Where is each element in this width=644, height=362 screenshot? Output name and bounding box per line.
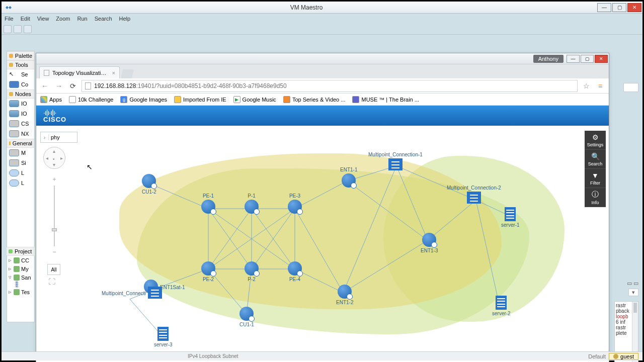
url-input[interactable]: 192.168.88.128:19401/?uuid=080b4851-b9d2… [82, 80, 578, 92]
bm-muse[interactable]: MUSE ™ | The Brain ... [352, 96, 419, 103]
menu-view[interactable]: View [37, 16, 49, 22]
address-bar: ← → ⟳ 192.168.88.128:19401/?uuid=080b485… [36, 78, 609, 94]
tool-connect[interactable]: Co [7, 79, 34, 89]
topology-canvas[interactable]: CU1-2 PE-1 P-1 PE-3 PE-2 P-2 PE-4 ENT1-1… [36, 126, 609, 362]
maximize-button[interactable]: ▢ [612, 3, 626, 12]
bm-gmusic[interactable]: ▶Google Music [233, 96, 276, 103]
menu-bar: File Edit View Zoom Run Search Help [2, 14, 642, 24]
info-button[interactable]: ⓘInfo [585, 188, 606, 207]
node-server-2[interactable]: server-2 [492, 296, 511, 316]
view-dropdown[interactable]: ▾ [628, 289, 638, 296]
node-ent1-1[interactable]: ENT1-1 [340, 167, 357, 188]
close-button[interactable]: ✕ [627, 3, 641, 12]
key-icon [613, 354, 618, 359]
node-iosv[interactable]: IO [7, 99, 34, 109]
tool-select[interactable]: ↖Se [7, 69, 34, 79]
menu-zoom[interactable]: Zoom [56, 16, 70, 22]
node-nxos[interactable]: NX [7, 129, 34, 139]
tab-close-icon[interactable]: × [112, 70, 115, 76]
project-my[interactable]: ▹My [7, 264, 35, 273]
window-titlebar: VM Maestro — ▢ ✕ [2, 2, 642, 14]
gen-l3[interactable]: L [7, 178, 34, 188]
node-iosvl2[interactable]: IO [7, 109, 34, 119]
perspective-icons[interactable] [623, 83, 638, 92]
tb-saveall-icon[interactable] [24, 25, 32, 33]
back-button[interactable]: ← [39, 80, 50, 92]
browser-minimize-button[interactable]: — [567, 55, 580, 63]
zoom-control[interactable]: ＋− [50, 175, 58, 255]
tab-topology[interactable]: Topology Visualization En × [39, 66, 120, 78]
node-server-3[interactable]: server-3 [154, 327, 173, 347]
fit-screen-icon[interactable]: ⛶ [48, 278, 58, 288]
pan-control[interactable]: ▴▾◂▸• [43, 147, 65, 169]
node-mc3[interactable]: Multipoint_Connecti [102, 287, 162, 299]
node-pe-1[interactable]: PE-1 [201, 193, 215, 214]
gen-managed[interactable]: M [7, 148, 34, 158]
settings-button[interactable]: ⚙Settings [585, 131, 606, 150]
node-pe-3[interactable]: PE-3 [288, 193, 302, 214]
router-icon [245, 200, 259, 214]
switch-icon [388, 158, 403, 170]
minimize-view-icon[interactable]: ▭ ▭ [627, 280, 638, 287]
node-mc2[interactable]: Multipoint_Connection-2 [447, 185, 501, 204]
minimize-button[interactable]: — [597, 3, 611, 12]
forward-button[interactable]: → [53, 80, 64, 92]
reload-button[interactable]: ⟳ [67, 80, 78, 92]
node-mc1[interactable]: Multipoint_Connection-1 [368, 152, 423, 170]
router-icon [9, 110, 19, 117]
bm-series[interactable]: Top Series & Video ... [283, 96, 346, 103]
menu-edit[interactable]: Edit [21, 16, 30, 22]
tb-save-icon[interactable] [14, 25, 22, 33]
project-tree: Project ▹CC ▹My ▿San ✳ ✳ ✳ ▹Tes [7, 247, 35, 296]
cisco-header: ·ı|ı·ı|ı· CISCO [36, 106, 609, 126]
router-icon [288, 200, 302, 214]
bm-10k[interactable]: 10k Challenge [69, 96, 113, 103]
menu-help[interactable]: Help [119, 16, 131, 22]
filter-icon: ▼ [592, 171, 599, 179]
switch-icon [467, 192, 481, 204]
browser-maximize-button[interactable]: ▢ [581, 55, 594, 63]
bookmark-star-icon[interactable]: ☆ [581, 80, 592, 92]
node-server-1[interactable]: server-1 [501, 207, 520, 228]
gen-site[interactable]: Si [7, 158, 34, 168]
filter-button[interactable]: ▼Filter [585, 169, 606, 188]
zoom-in-icon[interactable]: ＋ [51, 175, 57, 184]
brain-icon [352, 96, 359, 103]
gen-l2[interactable]: L [7, 168, 34, 178]
node-p-2[interactable]: P-2 [245, 261, 259, 282]
layer-select[interactable]: › [40, 132, 77, 143]
bm-gimg[interactable]: gGoogle Images [120, 96, 167, 103]
node-cu1-2[interactable]: CU1-2 [142, 174, 156, 195]
browser-user-badge[interactable]: Anthony [533, 55, 564, 63]
project-ccie[interactable]: ▹CC [7, 256, 35, 264]
status-user[interactable]: guest [609, 353, 638, 360]
node-pe-4[interactable]: PE-4 [288, 261, 302, 282]
layer-input[interactable] [49, 134, 73, 140]
node-ent1-3[interactable]: ENT1-3 [421, 233, 438, 253]
menu-search[interactable]: Search [95, 16, 112, 22]
node-p-1[interactable]: P-1 [245, 193, 259, 214]
search-button[interactable]: 🔍Search [585, 150, 606, 169]
router-icon [342, 173, 356, 188]
apps-button[interactable]: Apps [40, 96, 62, 103]
node-csr[interactable]: CS [7, 119, 34, 129]
new-tab-button[interactable] [121, 69, 134, 78]
project-sample[interactable]: ▿San [7, 273, 35, 282]
bm-ie[interactable]: Imported From IE [174, 96, 226, 103]
general-header: General [7, 139, 34, 148]
zoom-thumb[interactable] [52, 228, 57, 231]
menu-run[interactable]: Run [77, 16, 87, 22]
node-ent1-2[interactable]: ENT1-2 [336, 285, 353, 305]
zoom-out-icon[interactable]: − [52, 248, 56, 255]
project-test[interactable]: ▹Tes [7, 288, 35, 296]
browser-close-button[interactable]: ✕ [595, 55, 608, 63]
page-icon [44, 70, 49, 76]
tb-open-icon[interactable] [4, 25, 12, 33]
node-cu1-1[interactable]: CU1-1 [239, 307, 254, 327]
menu-button[interactable]: ≡ [595, 80, 606, 92]
fit-all-button[interactable]: All [47, 264, 60, 275]
menu-file[interactable]: File [5, 16, 14, 22]
node-pe-2[interactable]: PE-2 [201, 261, 215, 282]
status-default: Default [588, 353, 606, 359]
router-icon [288, 261, 302, 276]
